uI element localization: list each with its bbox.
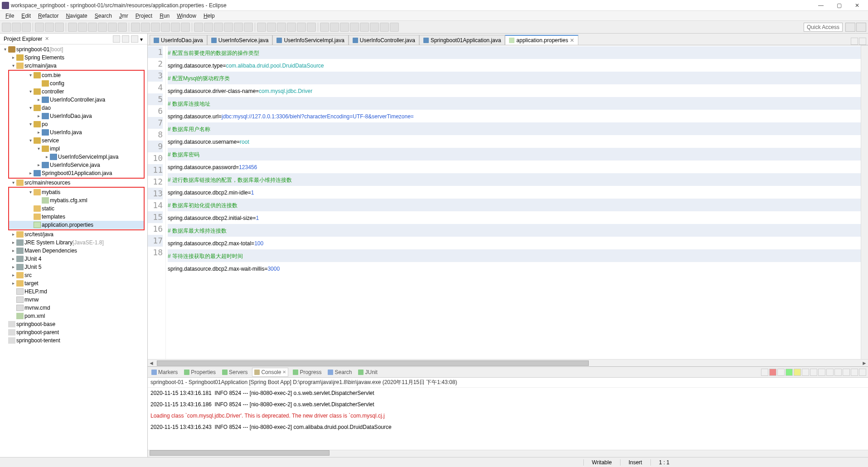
bottom-tab-properties[interactable]: Properties bbox=[182, 368, 218, 376]
toolbar-button-12[interactable] bbox=[131, 23, 140, 32]
console-scrollbar[interactable] bbox=[148, 450, 868, 457]
toolbar-button-10[interactable] bbox=[108, 23, 117, 32]
twisty-icon[interactable]: ▾ bbox=[2, 45, 8, 54]
code-line[interactable]: # 进行数据库链接池的配置，数据库最小维持连接数 bbox=[168, 173, 861, 186]
toolbar-button-19[interactable] bbox=[204, 23, 213, 32]
toolbar-button-7[interactable] bbox=[78, 23, 87, 32]
tree-node[interactable]: ▸Spring Elements bbox=[0, 54, 147, 62]
toolbar-button-31[interactable] bbox=[330, 23, 339, 32]
twisty-icon[interactable]: ▸ bbox=[35, 96, 42, 104]
console-toolbar-button-0[interactable] bbox=[761, 369, 768, 376]
perspective-java[interactable] bbox=[845, 23, 855, 32]
console-toolbar-button-3[interactable] bbox=[786, 369, 793, 376]
tree-node[interactable]: application.properties bbox=[9, 221, 144, 229]
toolbar-button-1[interactable] bbox=[12, 23, 21, 32]
twisty-icon[interactable]: ▸ bbox=[10, 279, 16, 287]
toolbar-button-14[interactable] bbox=[151, 23, 160, 32]
tree-node[interactable]: ▾dao bbox=[9, 104, 144, 112]
bottom-tab-search[interactable]: Search bbox=[326, 368, 354, 376]
twisty-icon[interactable]: ▾ bbox=[27, 104, 34, 112]
twisty-icon[interactable]: ▸ bbox=[10, 247, 16, 255]
menu-file[interactable]: File bbox=[2, 12, 18, 20]
tab-userinfocontroller-java[interactable]: UserInfoController.java bbox=[349, 35, 419, 45]
twisty-icon[interactable]: ▸ bbox=[35, 112, 42, 120]
toolbar-button-23[interactable] bbox=[244, 23, 253, 32]
console-toolbar-button-11[interactable] bbox=[851, 369, 858, 376]
console-toolbar-button-12[interactable] bbox=[859, 369, 866, 376]
toolbar-button-36[interactable] bbox=[380, 23, 389, 32]
tree-node[interactable]: springboot-base bbox=[0, 320, 147, 328]
tree-node[interactable]: ▸UserInfoServiceImpl.java bbox=[9, 153, 144, 161]
tree-node[interactable]: ▸src bbox=[0, 271, 147, 279]
code-line[interactable]: # 配置当前要使用的数据源的操作类型 bbox=[168, 46, 861, 59]
project-tree[interactable]: ▾springboot-01 [boot]▸Spring Elements▾sr… bbox=[0, 44, 147, 457]
toolbar-button-8[interactable] bbox=[88, 23, 97, 32]
twisty-icon[interactable]: ▾ bbox=[27, 71, 34, 79]
tree-node[interactable]: ▸UserInfoService.java bbox=[9, 161, 144, 169]
console-output[interactable]: 2020-11-15 13:43:16.181 INFO 8524 --- [n… bbox=[148, 388, 868, 450]
twisty-icon[interactable]: ▾ bbox=[10, 62, 16, 70]
tree-node[interactable]: ▸JUnit 5 bbox=[0, 263, 147, 271]
toolbar-button-28[interactable] bbox=[297, 23, 306, 32]
bottom-tab-junit[interactable]: JUnit bbox=[356, 368, 379, 376]
twisty-icon[interactable]: ▸ bbox=[10, 271, 16, 279]
code-line[interactable]: spring.datasource.driver-class-name=com.… bbox=[168, 84, 861, 97]
tab-userinfodao-java[interactable]: UserInfoDao.java bbox=[150, 35, 207, 45]
perspective-other[interactable] bbox=[856, 23, 866, 32]
console-toolbar-button-7[interactable] bbox=[818, 369, 825, 376]
console-toolbar-button-10[interactable] bbox=[843, 369, 850, 376]
tab-userinfoserviceimpl-java[interactable]: UserInfoServiceImpl.java bbox=[272, 35, 348, 45]
tab-userinfoservice-java[interactable]: UserInfoService.java bbox=[207, 35, 273, 45]
toolbar-button-3[interactable] bbox=[35, 23, 44, 32]
code-line[interactable]: # 配置Mysql的驱动程序类 bbox=[168, 72, 861, 84]
console-toolbar-button-9[interactable] bbox=[834, 369, 842, 376]
tree-node[interactable]: ▸UserInfo.java bbox=[9, 128, 144, 136]
tab-application-properties[interactable]: application.properties✕ bbox=[505, 35, 578, 45]
code-line[interactable]: spring.datasource.dbcp2.max-wait-millis=… bbox=[168, 262, 861, 275]
toolbar-button-5[interactable] bbox=[55, 23, 64, 32]
tree-node[interactable]: ▾src/main/resources bbox=[0, 179, 147, 187]
tree-node[interactable]: ▾mybatis bbox=[9, 188, 144, 196]
twisty-icon[interactable]: ▸ bbox=[10, 255, 16, 263]
twisty-icon[interactable]: ▾ bbox=[27, 136, 34, 145]
menu-help[interactable]: Help bbox=[200, 12, 218, 20]
code-line[interactable]: # 数据库密码 bbox=[168, 148, 861, 161]
tree-node[interactable]: pom.xml bbox=[0, 312, 147, 320]
code-line[interactable]: spring.datasource.username=root bbox=[168, 135, 861, 148]
twisty-icon[interactable]: ▾ bbox=[10, 179, 16, 187]
close-window-button[interactable]: ✕ bbox=[848, 0, 866, 10]
tree-node[interactable]: ▸UserInfoDao.java bbox=[9, 112, 144, 120]
menu-window[interactable]: Window bbox=[173, 12, 200, 20]
toolbar-button-18[interactable] bbox=[194, 23, 203, 32]
console-toolbar-button-1[interactable] bbox=[769, 369, 776, 376]
code-line[interactable]: spring.datasource.dbcp2.initial-size=1 bbox=[168, 211, 861, 224]
bottom-tab-markers[interactable]: Markers bbox=[150, 368, 179, 376]
horizontal-scrollbar[interactable]: ◄► bbox=[148, 359, 868, 366]
minimize-button[interactable]: — bbox=[812, 0, 830, 10]
twisty-icon[interactable]: ▸ bbox=[10, 238, 16, 247]
code-line[interactable]: # 等待连接获取的最大超时时间 bbox=[168, 249, 861, 262]
menu-run[interactable]: Run bbox=[156, 12, 173, 20]
toolbar-button-17[interactable] bbox=[181, 23, 190, 32]
close-icon[interactable]: ✕ bbox=[570, 37, 574, 44]
code-line[interactable]: spring.datasource.password=123456 bbox=[168, 161, 861, 173]
twisty-icon[interactable]: ▸ bbox=[35, 161, 42, 169]
menu-refactor[interactable]: Refactor bbox=[34, 12, 62, 20]
twisty-icon[interactable]: ▸ bbox=[44, 153, 50, 161]
tree-node[interactable]: ▸target bbox=[0, 279, 147, 287]
tree-node[interactable]: ▸src/test/java bbox=[0, 230, 147, 238]
menu-search[interactable]: Search bbox=[91, 12, 116, 20]
menu-navigate[interactable]: Navigate bbox=[62, 12, 91, 20]
toolbar-button-20[interactable] bbox=[214, 23, 223, 32]
toolbar-button-22[interactable] bbox=[234, 23, 243, 32]
tree-node[interactable]: ▾controller bbox=[9, 88, 144, 96]
tree-node[interactable]: ▸UserInfoController.java bbox=[9, 96, 144, 104]
toolbar-button-9[interactable] bbox=[98, 23, 107, 32]
maximize-button[interactable]: ▢ bbox=[830, 0, 848, 10]
toolbar-button-4[interactable] bbox=[45, 23, 54, 32]
toolbar-button-2[interactable] bbox=[22, 23, 31, 32]
bottom-tab-console[interactable]: Console✕ bbox=[252, 368, 288, 377]
focus-button[interactable] bbox=[131, 35, 138, 43]
twisty-icon[interactable]: ▸ bbox=[35, 128, 42, 136]
twisty-icon[interactable]: ▸ bbox=[10, 263, 16, 271]
